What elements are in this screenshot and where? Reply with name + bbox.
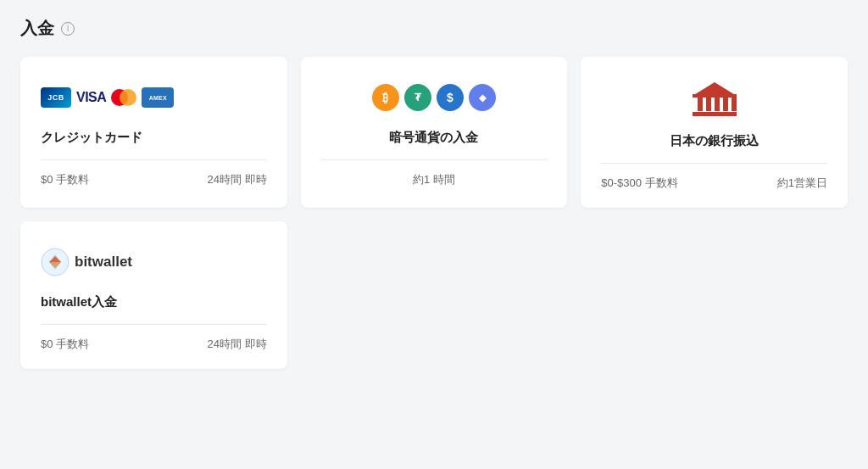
bitwallet-logo-icon — [41, 248, 70, 276]
crypto-footer: 約1 時間 — [321, 172, 548, 187]
bank-icon — [691, 81, 738, 118]
bitwallet-title: bitwallet入金 — [41, 294, 267, 310]
crypto-card[interactable]: ₿ ₮ $ ◆ 暗号通貨の入金 約1 時間 — [301, 57, 568, 208]
ethereum-icon: ◆ — [469, 84, 496, 111]
mc-circle-right — [120, 89, 136, 106]
bank-footer: $0-$300 手数料 約1営業日 — [601, 176, 827, 191]
svg-rect-2 — [706, 98, 711, 111]
visa-icon: VISA — [76, 90, 106, 105]
bank-card[interactable]: 日本の銀行振込 $0-$300 手数料 約1営業日 — [581, 57, 848, 208]
crypto-icons: ₿ ₮ $ ◆ — [321, 81, 548, 114]
page-title: 入金 — [20, 17, 54, 40]
svg-rect-5 — [732, 98, 737, 111]
svg-rect-3 — [715, 98, 720, 111]
bank-fee: $0-$300 手数料 — [601, 176, 677, 191]
bitwallet-fee: $0 手数料 — [41, 337, 89, 352]
bitwallet-divider — [41, 324, 267, 325]
svg-marker-0 — [693, 82, 737, 96]
crypto-divider — [321, 159, 548, 160]
credit-card-title: クレジットカード — [41, 130, 267, 146]
svg-rect-6 — [693, 112, 737, 116]
cards-grid-top: JCB VISA AMEX クレジットカード $0 手数料 24時間 即時 ₿ … — [20, 57, 848, 208]
crypto-time: 約1 時間 — [413, 172, 455, 187]
bank-title: 日本の銀行振込 — [601, 133, 827, 149]
bitcoin-icon: ₿ — [372, 84, 399, 111]
amex-icon: AMEX — [142, 87, 174, 108]
bank-time: 約1営業日 — [777, 176, 827, 191]
bitwallet-card[interactable]: bitwallet bitwallet入金 $0 手数料 24時間 即時 — [20, 221, 287, 369]
svg-rect-1 — [698, 98, 703, 111]
tether-icon: ₮ — [404, 84, 431, 111]
credit-card-icons: JCB VISA AMEX — [41, 81, 267, 114]
credit-card-fee: $0 手数料 — [41, 172, 89, 187]
credit-card-divider — [41, 159, 267, 160]
svg-rect-4 — [723, 98, 728, 111]
bank-icon-wrapper — [601, 81, 827, 118]
credit-card-footer: $0 手数料 24時間 即時 — [41, 172, 267, 187]
ghost-placeholder-1 — [301, 221, 568, 369]
bitwallet-time: 24時間 即時 — [208, 337, 267, 352]
bank-divider — [601, 163, 827, 164]
bitwallet-text: bitwallet — [75, 254, 132, 271]
cards-grid-bottom: bitwallet bitwallet入金 $0 手数料 24時間 即時 — [20, 221, 848, 369]
credit-card-card[interactable]: JCB VISA AMEX クレジットカード $0 手数料 24時間 即時 — [20, 57, 287, 208]
ghost-placeholder-2 — [581, 221, 848, 369]
usdc-icon: $ — [437, 84, 464, 111]
credit-card-time: 24時間 即時 — [208, 172, 267, 187]
info-icon[interactable]: i — [61, 22, 75, 36]
bitwallet-footer: $0 手数料 24時間 即時 — [41, 337, 267, 352]
bitwallet-icons: bitwallet — [41, 245, 267, 279]
jcb-icon: JCB — [41, 87, 71, 108]
page-header: 入金 i — [20, 17, 848, 40]
mastercard-icon — [111, 89, 136, 106]
crypto-title: 暗号通貨の入金 — [321, 130, 548, 146]
svg-rect-7 — [693, 94, 737, 98]
